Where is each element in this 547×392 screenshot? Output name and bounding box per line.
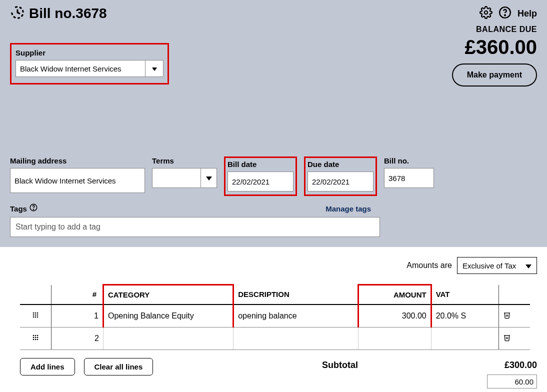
svg-point-9 bbox=[35, 314, 36, 316]
col-vat-header: VAT bbox=[431, 285, 498, 305]
table-row[interactable]: 2 bbox=[20, 328, 530, 350]
due-date-input[interactable] bbox=[308, 172, 374, 192]
line-vat-cell[interactable] bbox=[431, 328, 498, 350]
line-number: 2 bbox=[51, 328, 103, 350]
svg-point-15 bbox=[35, 335, 36, 336]
table-row[interactable]: 1 Opening Balance Equity opening balance… bbox=[20, 304, 530, 328]
help-label[interactable]: Help bbox=[518, 8, 537, 19]
svg-point-7 bbox=[37, 312, 38, 314]
bill-no-input[interactable] bbox=[384, 168, 434, 188]
tags-help-icon[interactable] bbox=[29, 203, 38, 214]
amounts-are-label: Amounts are bbox=[406, 261, 452, 270]
delete-line-icon[interactable] bbox=[503, 312, 511, 320]
line-items-table: # CATEGORY DESCRIPTION AMOUNT VAT 1 Open… bbox=[20, 284, 530, 350]
svg-point-10 bbox=[37, 314, 38, 316]
mailing-address-input[interactable] bbox=[10, 168, 145, 193]
make-payment-button[interactable]: Make payment bbox=[452, 64, 537, 86]
svg-point-20 bbox=[33, 339, 34, 340]
clear-all-lines-button[interactable]: Clear all lines bbox=[84, 358, 154, 376]
help-icon[interactable] bbox=[498, 6, 512, 21]
line-description-cell[interactable] bbox=[234, 328, 358, 350]
tax-mode-value: Exclusive of Tax bbox=[462, 262, 516, 270]
due-date-label: Due date bbox=[308, 160, 374, 168]
subtotal-label: Subtotal bbox=[322, 360, 358, 370]
terms-select[interactable] bbox=[152, 168, 201, 188]
balance-due-label: BALANCE DUE bbox=[10, 25, 537, 34]
svg-point-22 bbox=[37, 339, 38, 340]
col-description-header: DESCRIPTION bbox=[234, 285, 358, 305]
col-amount-header: AMOUNT bbox=[358, 285, 432, 305]
line-description-cell[interactable]: opening balance bbox=[234, 304, 358, 328]
svg-point-16 bbox=[37, 335, 38, 336]
line-vat-cell[interactable]: 20.0% S bbox=[431, 304, 498, 328]
due-date-group: Due date bbox=[304, 156, 377, 196]
caret-down-icon bbox=[206, 174, 212, 182]
supplier-dropdown-button[interactable] bbox=[146, 60, 164, 77]
supplier-label: Supplier bbox=[16, 48, 164, 57]
line-amount-cell[interactable] bbox=[358, 328, 432, 350]
caret-down-icon bbox=[526, 262, 532, 270]
memo-label: Memo bbox=[20, 390, 170, 392]
history-icon bbox=[10, 5, 25, 22]
mailing-address-label: Mailing address bbox=[10, 156, 145, 165]
col-number-header: # bbox=[51, 285, 103, 305]
col-category-header: CATEGORY bbox=[104, 285, 234, 305]
bill-date-label: Bill date bbox=[228, 160, 294, 168]
chevron-down-icon bbox=[152, 64, 157, 73]
svg-point-13 bbox=[37, 316, 38, 318]
terms-label: Terms bbox=[152, 156, 217, 165]
bill-date-input[interactable] bbox=[228, 172, 294, 192]
svg-point-8 bbox=[33, 314, 34, 316]
line-category-cell[interactable]: Opening Balance Equity bbox=[104, 304, 234, 328]
drag-handle-icon[interactable] bbox=[32, 312, 40, 320]
svg-point-21 bbox=[35, 339, 36, 340]
add-lines-button[interactable]: Add lines bbox=[20, 358, 75, 376]
line-amount-cell[interactable]: 300.00 bbox=[358, 304, 432, 328]
svg-point-0 bbox=[484, 11, 488, 14]
tax-mode-select[interactable]: Exclusive of Tax bbox=[457, 257, 537, 274]
tags-label: Tags bbox=[10, 204, 27, 213]
delete-line-icon[interactable] bbox=[503, 334, 511, 343]
subtotal-value: £300.00 bbox=[504, 360, 537, 370]
tags-input[interactable] bbox=[10, 217, 380, 237]
supplier-field-group: Supplier bbox=[10, 43, 169, 84]
svg-point-2 bbox=[504, 15, 506, 16]
svg-point-5 bbox=[33, 312, 34, 314]
svg-point-6 bbox=[35, 312, 36, 314]
svg-point-19 bbox=[37, 337, 38, 338]
svg-point-14 bbox=[33, 335, 34, 336]
line-category-cell[interactable] bbox=[104, 328, 234, 350]
terms-dropdown-button[interactable] bbox=[201, 168, 217, 188]
svg-point-17 bbox=[33, 337, 34, 338]
svg-point-12 bbox=[35, 316, 36, 318]
svg-point-18 bbox=[35, 337, 36, 338]
bill-no-label: Bill no. bbox=[384, 156, 434, 165]
settings-icon[interactable] bbox=[480, 6, 492, 21]
vat-amount-input[interactable] bbox=[487, 374, 537, 388]
svg-point-11 bbox=[33, 316, 34, 318]
manage-tags-link[interactable]: Manage tags bbox=[326, 204, 371, 213]
svg-point-4 bbox=[33, 209, 34, 210]
supplier-select[interactable] bbox=[16, 60, 146, 77]
line-number: 1 bbox=[51, 304, 103, 328]
drag-handle-icon[interactable] bbox=[32, 334, 40, 343]
bill-date-group: Bill date bbox=[224, 156, 297, 196]
page-title: Bill no.3678 bbox=[29, 6, 480, 22]
